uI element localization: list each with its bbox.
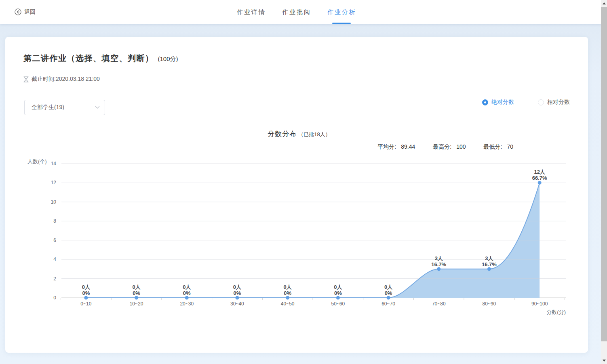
point-count-label: 0人 (132, 284, 141, 290)
tab-homework-analysis[interactable]: 作业分析 (327, 0, 356, 24)
point-percent-label: 16.7% (431, 261, 446, 267)
scrollbar-thumb[interactable] (601, 7, 607, 341)
scrollbar-down-button[interactable] (601, 357, 607, 364)
y-tick-label: 4 (53, 257, 56, 262)
data-point[interactable] (387, 296, 390, 300)
point-count-label: 0人 (284, 284, 292, 290)
tab-homework-detail[interactable]: 作业详情 (237, 0, 266, 24)
x-category-label: 70~80 (432, 301, 446, 307)
point-percent-label: 16.7% (482, 261, 497, 267)
data-point[interactable] (437, 267, 440, 271)
chart-title-row: 分数分布 （已批18人） (5, 129, 588, 139)
chevron-down-icon (95, 106, 100, 109)
x-category-label: 20~30 (180, 301, 194, 307)
point-percent-label: 0% (385, 290, 392, 296)
x-axis-name: 分数(分) (546, 309, 566, 315)
point-count-label: 0人 (233, 284, 242, 290)
deadline-row: 截止时间:2020.03.18 21:00 (23, 76, 100, 83)
y-tick-label: 8 (53, 218, 56, 224)
point-percent-label: 0% (284, 290, 291, 296)
point-count-label: 0人 (334, 284, 342, 290)
min-score: 最低分:70 (484, 143, 513, 151)
divider (23, 91, 570, 91)
student-filter-value: 全部学生(19) (32, 104, 95, 111)
page-scrollbar[interactable] (601, 0, 607, 364)
score-stats-row: 平均分:89.44 最高分:100 最低分:70 (377, 143, 513, 151)
point-count-label: 0人 (384, 284, 393, 290)
data-point[interactable] (487, 267, 491, 271)
x-category-label: 0~10 (80, 301, 91, 307)
point-count-label: 3人 (435, 255, 443, 261)
y-tick-label: 6 (53, 238, 56, 243)
y-tick-label: 2 (53, 276, 56, 282)
point-percent-label: 0% (133, 290, 140, 296)
data-point[interactable] (185, 296, 189, 300)
scroll-down-icon (603, 360, 606, 362)
data-point[interactable] (84, 296, 88, 300)
assignment-title-row: 第二讲作业（选择、填空、判断） (100分) (23, 53, 178, 64)
data-point[interactable] (235, 296, 239, 300)
student-filter-select[interactable]: 全部学生(19) (24, 100, 105, 115)
back-label: 返回 (24, 8, 36, 16)
top-nav-bar: 返回 作业详情 作业批阅 作业分析 (0, 0, 607, 24)
deadline-text: 截止时间:2020.03.18 21:00 (32, 76, 100, 83)
max-score: 最高分:100 (433, 143, 466, 151)
x-category-label: 30~40 (230, 301, 244, 307)
point-percent-label: 0% (82, 290, 90, 296)
radio-selected-icon (482, 99, 488, 105)
radio-relative-score[interactable]: 相对分数 (538, 99, 570, 106)
point-count-label: 0人 (82, 284, 91, 290)
point-count-label: 0人 (183, 284, 191, 290)
y-tick-label: 0 (53, 295, 56, 301)
tab-bar: 作业详情 作业批阅 作业分析 (229, 0, 365, 24)
point-percent-label: 0% (334, 290, 342, 296)
y-tick-label: 12 (51, 180, 57, 185)
point-count-label: 3人 (485, 255, 493, 261)
y-axis-name: 人数(个) (27, 158, 47, 164)
x-category-label: 10~20 (130, 301, 143, 307)
y-tick-label: 10 (51, 199, 57, 205)
point-count-label: 12人 (534, 169, 545, 175)
x-category-label: 90~100 (531, 301, 548, 307)
chart-subtitle: （已批18人） (298, 131, 330, 138)
data-point[interactable] (286, 296, 289, 300)
x-category-label: 40~50 (281, 301, 295, 307)
scroll-up-icon (603, 2, 606, 4)
data-point[interactable] (538, 181, 542, 185)
radio-unselected-icon (538, 99, 544, 105)
active-tab-underline (332, 23, 351, 24)
assignment-title: 第二讲作业（选择、填空、判断） (23, 53, 154, 64)
point-percent-label: 66.7% (532, 175, 547, 181)
point-percent-label: 0% (234, 290, 241, 296)
average-score: 平均分:89.44 (377, 143, 415, 151)
hourglass-icon (23, 76, 29, 82)
point-percent-label: 0% (183, 290, 191, 296)
assignment-total-score: (100分) (158, 55, 178, 63)
chart-title: 分数分布 (268, 129, 297, 139)
x-category-label: 80~90 (483, 301, 496, 307)
x-category-label: 60~70 (381, 301, 395, 307)
scrollbar-up-button[interactable] (601, 0, 607, 7)
tab-homework-review[interactable]: 作业批阅 (282, 0, 311, 24)
y-tick-label: 14 (51, 161, 57, 166)
score-mode-radio-group: 绝对分数 相对分数 (482, 99, 570, 106)
content-card: 第二讲作业（选择、填空、判断） (100分) 截止时间:2020.03.18 2… (5, 37, 588, 353)
back-icon (15, 8, 21, 15)
radio-absolute-score[interactable]: 绝对分数 (482, 99, 514, 106)
data-point[interactable] (336, 296, 340, 300)
back-button[interactable]: 返回 (15, 0, 36, 24)
score-distribution-chart: 02468101214人数(个)分数(分)0~1010~2020~3030~40… (5, 158, 588, 320)
x-category-label: 50~60 (331, 301, 345, 307)
data-point[interactable] (135, 296, 138, 300)
